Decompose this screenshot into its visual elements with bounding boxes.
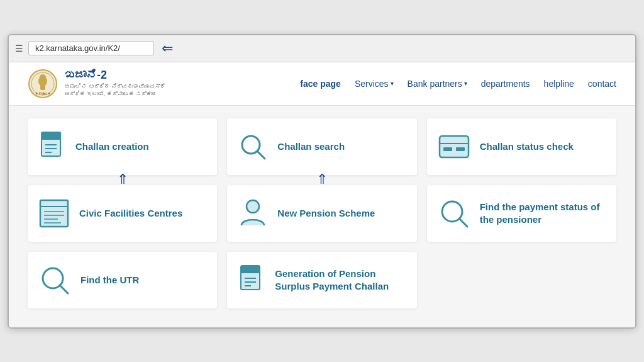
logo-emblem: ಕರ್ನಾಟಕ (28, 69, 58, 99)
browser-back-arrow[interactable]: ⇐ (162, 40, 173, 57)
find-utr-title: Find the UTR (80, 274, 139, 286)
logo-area: ಕರ್ನಾಟಕ ಖಜಾನೆ-2 ಅಮಲಿನ ಆರ್ಥಿಕ ನಿರ್ವಹಣಾ ವ್… (28, 69, 165, 99)
new-pension-icon (238, 198, 267, 229)
service-card-new-pension[interactable]: New Pension Scheme (227, 185, 416, 242)
bank-caret: ▾ (464, 80, 467, 87)
challan-search-icon (238, 132, 267, 161)
payment-status-pensioner-title: Find the payment status of the pensioner (480, 201, 605, 225)
svg-rect-15 (443, 147, 452, 151)
services-caret: ▾ (391, 80, 394, 87)
challan-status-title: Challan status check (480, 140, 574, 153)
svg-point-3 (40, 74, 46, 81)
svg-rect-7 (42, 132, 60, 140)
service-card-civic-facilities[interactable]: Civic Facilities Centres (28, 185, 217, 242)
new-pension-title: New Pension Scheme (277, 207, 375, 220)
find-utr-icon (39, 264, 70, 296)
service-card-challan-creation[interactable]: Challan creation ⇑ (28, 118, 217, 175)
payment-status-pensioner-icon (438, 198, 470, 229)
service-card-challan-search[interactable]: Challan search ⇑ (227, 118, 416, 175)
nav-item-face-page[interactable]: face page (300, 79, 341, 89)
civic-facilities-icon (39, 199, 69, 228)
challan-creation-icon (39, 131, 65, 162)
svg-point-23 (247, 200, 259, 213)
nav-menu: face page Services ▾ Bank partners ▾ dep… (300, 79, 616, 89)
browser-menu-icon[interactable]: ☰ (15, 43, 23, 54)
service-card-generation-pension[interactable]: Generation of Pension Surplus Payment Ch… (227, 252, 416, 308)
logo-title: ಖಜಾನೆ-2 (64, 69, 165, 82)
service-card-find-utr[interactable]: Find the UTR (28, 252, 217, 308)
svg-line-27 (60, 285, 68, 293)
svg-line-12 (257, 151, 265, 159)
challan-status-icon (438, 135, 470, 159)
challan-creation-title: Challan creation (75, 140, 149, 153)
svg-line-25 (459, 218, 467, 227)
svg-text:ಕರ್ನಾಟಕ: ಕರ್ನಾಟಕ (35, 92, 51, 96)
svg-rect-13 (440, 136, 469, 157)
site-header: ಕರ್ನಾಟಕ ಖಜಾನೆ-2 ಅಮಲಿನ ಆರ್ಥಿಕ ನಿರ್ವಹಣಾ ವ್… (9, 62, 635, 106)
browser-url-input[interactable]: k2.karnataka.gov.in/K2/ (28, 41, 154, 55)
generation-pension-icon (238, 264, 265, 296)
nav-item-contact[interactable]: contact (588, 79, 616, 89)
civic-facilities-title: Civic Facilities Centres (79, 207, 182, 220)
services-grid: Challan creation ⇑ Challan search ⇑ (28, 118, 616, 308)
challan-search-title: Challan search (277, 140, 345, 153)
nav-item-departments[interactable]: departments (481, 79, 530, 89)
svg-rect-29 (241, 266, 260, 273)
service-card-challan-status[interactable]: Challan status check (427, 118, 616, 175)
browser-bar: ☰ k2.karnataka.gov.in/K2/ ⇐ (9, 35, 635, 62)
svg-rect-4 (40, 84, 45, 90)
service-card-payment-status-pensioner[interactable]: Find the payment status of the pensioner (427, 185, 616, 242)
logo-text: ಖಜಾನೆ-2 ಅಮಲಿನ ಆರ್ಥಿಕ ನಿರ್ವಹಣಾ ವ್ಯವಸ್ಥೆ ಆ… (64, 69, 165, 98)
svg-rect-16 (456, 147, 465, 151)
nav-item-services[interactable]: Services ▾ (355, 79, 394, 89)
nav-item-helpline[interactable]: helpline (544, 79, 574, 89)
browser-window: ☰ k2.karnataka.gov.in/K2/ ⇐ ಕರ್ನಾಟಕ ಖಜಾನ… (8, 34, 636, 329)
generation-pension-title: Generation of Pension Surplus Payment Ch… (275, 268, 405, 292)
main-content: Challan creation ⇑ Challan search ⇑ (9, 106, 635, 327)
logo-subtitle: ಅಮಲಿನ ಆರ್ಥಿಕ ನಿರ್ವಹಣಾ ವ್ಯವಸ್ಥೆ ಆರ್ಥಿಕ ಇಲ… (64, 82, 165, 98)
nav-item-bank-partners[interactable]: Bank partners ▾ (408, 79, 467, 89)
